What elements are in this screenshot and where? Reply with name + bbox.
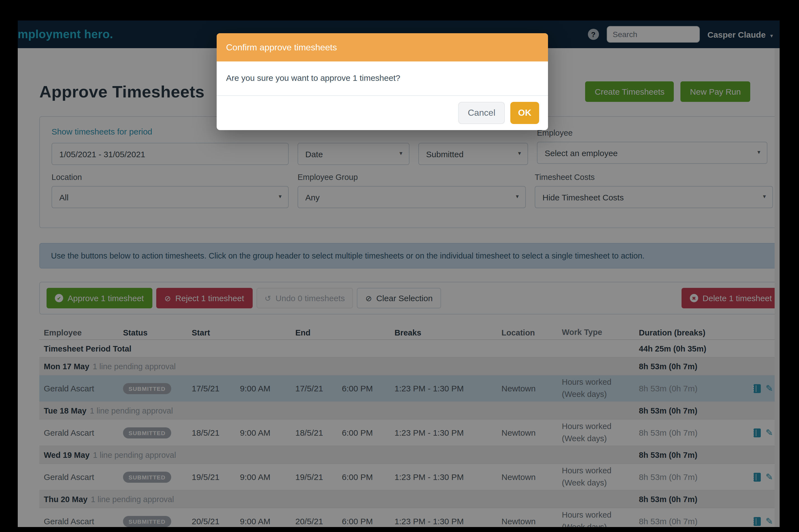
dialog-title: Confirm approve timesheets — [217, 33, 548, 61]
confirm-dialog: Confirm approve timesheets Are you sure … — [217, 33, 548, 130]
dialog-message: Are you sure you want to approve 1 times… — [217, 61, 548, 96]
cancel-button[interactable]: Cancel — [458, 102, 505, 124]
app-window: mployment hero. ? Casper Claude ▾ Approv… — [18, 20, 780, 527]
ok-button[interactable]: OK — [510, 102, 539, 124]
